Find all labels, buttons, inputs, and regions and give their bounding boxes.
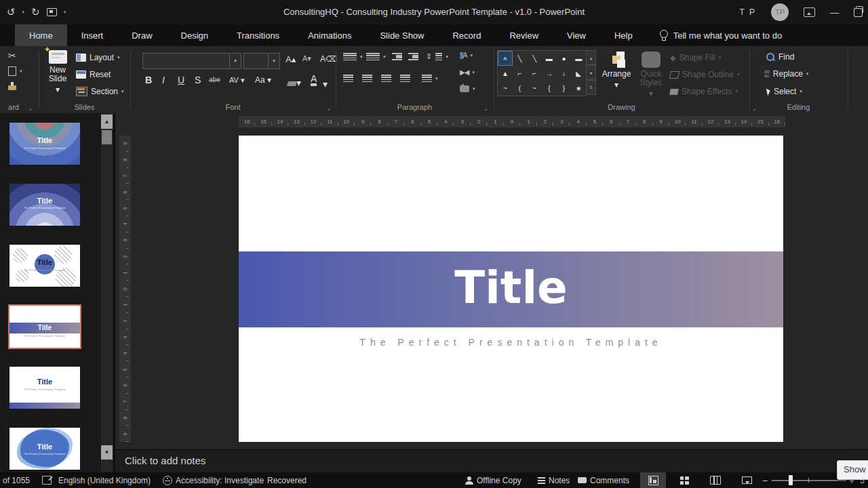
tab-draw[interactable]: Draw (117, 24, 166, 46)
comments-toggle[interactable]: Comments (578, 472, 629, 488)
text-highlight-button[interactable]: ▾ (288, 77, 301, 88)
bullets-button[interactable]: ▾ (343, 53, 363, 60)
font-dialog-launcher-icon[interactable]: ⌟ (327, 104, 330, 111)
shape-outline-button[interactable]: Shape Outline▾ (670, 70, 740, 79)
cut-button[interactable]: ✂ (8, 50, 16, 61)
clipboard-dialog-launcher-icon[interactable]: ⌟ (28, 104, 31, 111)
tab-help[interactable]: Help (600, 24, 647, 46)
underline-button[interactable]: U (178, 75, 184, 85)
shape-elbow-connector-icon[interactable]: ⌐ (513, 66, 528, 81)
numbering-button[interactable]: ▾ (366, 53, 386, 60)
zoom-out-button[interactable]: − (762, 472, 768, 488)
shape-curve-icon[interactable]: ~ (527, 81, 542, 96)
increase-font-size-button[interactable]: A▴ (285, 54, 296, 64)
tab-design[interactable]: Design (167, 24, 222, 46)
notes-placeholder[interactable]: Click to add notes (125, 455, 868, 466)
align-left-button[interactable] (343, 75, 353, 82)
tab-animations[interactable]: Animations (294, 24, 366, 46)
tab-view[interactable]: View (553, 24, 600, 46)
slide-thumbnail-3[interactable]: TitleThe Perfect Presentation Template (9, 245, 80, 287)
zoom-slider-thumb[interactable] (789, 475, 793, 485)
tab-home[interactable]: Home (15, 24, 67, 46)
italic-button[interactable]: I (162, 75, 165, 85)
line-spacing-button[interactable]: ⇕▾ (426, 52, 448, 61)
shape-scribble-icon[interactable]: ~ (498, 81, 513, 96)
language-status[interactable]: English (United Kingdom) (58, 472, 151, 488)
shape-arrow-line-icon[interactable]: ╲ (527, 51, 542, 66)
tab-slide-show[interactable]: Slide Show (366, 24, 438, 46)
slide-thumbnail-2[interactable]: TitleThe Perfect Presentation Template (9, 184, 80, 226)
convert-to-smartart-button[interactable]: ▾ (460, 85, 475, 92)
shape-line-icon[interactable]: ╲ (513, 51, 528, 66)
bold-button[interactable]: B (145, 75, 152, 85)
font-color-button[interactable]: A (311, 75, 317, 86)
reading-view-button[interactable] (703, 472, 728, 488)
shape-right-brace-icon[interactable]: } (557, 81, 572, 96)
tab-record[interactable]: Record (438, 24, 495, 46)
shape-arrow-right-icon[interactable]: → (542, 66, 557, 81)
shape-gallery-down-icon[interactable]: ▾ (586, 65, 596, 80)
thumbnail-scrollbar[interactable]: ▲ ▼ (101, 113, 113, 472)
notes-pane[interactable]: Click to add notes (115, 449, 868, 472)
display-settings-icon[interactable] (42, 472, 52, 488)
find-button[interactable]: Find (766, 52, 794, 62)
slide-thumbnail-5[interactable]: TitleThe Perfect Presentation Template (9, 367, 80, 409)
shape-star-icon[interactable]: ★ (571, 81, 586, 96)
shape-gallery-up-icon[interactable]: ▴ (586, 50, 596, 65)
shape-fill-button[interactable]: ◆Shape Fill▾ (670, 53, 721, 62)
text-direction-button[interactable]: |||A▾ (460, 52, 473, 59)
decrease-indent-button[interactable] (392, 53, 402, 60)
shape-l-shape-icon[interactable]: ◣ (571, 66, 586, 81)
align-text-button[interactable]: ▶◀▾ (460, 68, 475, 76)
tell-me-box[interactable]: Tell me what you want to do (659, 24, 782, 46)
shape-left-brace-icon[interactable]: { (542, 81, 557, 96)
font-size-dropdown-icon[interactable]: ▾ (268, 54, 279, 68)
strikethrough-button[interactable]: abe (209, 76, 220, 83)
slide-thumbnail-1[interactable]: TitleThe Perfect Presentation Template (9, 123, 80, 165)
shape-effects-button[interactable]: Shape Effects▾ (670, 87, 738, 96)
shape-rectangle-icon[interactable]: ▬ (542, 51, 557, 66)
slide-sorter-view-button[interactable] (671, 472, 697, 488)
minimize-button[interactable]: — (830, 7, 839, 18)
notes-toggle[interactable]: Notes (538, 472, 570, 488)
restore-button[interactable] (854, 8, 863, 17)
font-color-dropdown-icon[interactable]: ▾ (323, 79, 328, 89)
section-button[interactable]: Section▾ (76, 87, 124, 96)
decrease-font-size-button[interactable]: A▾ (302, 54, 311, 63)
slide-thumbnail-4[interactable]: TitleThe Perfect Presentation Template (9, 306, 80, 348)
scroll-down-icon[interactable]: ▼ (101, 445, 113, 460)
tab-review[interactable]: Review (495, 24, 553, 46)
shape-triangle-icon[interactable]: ▲ (498, 66, 513, 81)
replace-button[interactable]: abacReplace▾ (764, 69, 808, 79)
accessibility-status[interactable]: Accessibility: Investigate (163, 472, 264, 488)
columns-button[interactable]: ▾ (422, 75, 438, 82)
normal-view-button[interactable] (640, 472, 666, 488)
shape-oval-icon[interactable]: ● (557, 51, 572, 66)
increase-indent-button[interactable] (408, 53, 418, 60)
reset-button[interactable]: Reset (76, 70, 111, 79)
slide-title-text[interactable]: Title (239, 251, 783, 327)
shape-elbow-arrow-connector-icon[interactable]: ⌐ (527, 66, 542, 81)
change-case-button[interactable]: Aa ▾ (255, 75, 271, 85)
scrollbar-thumb[interactable] (102, 130, 112, 144)
align-center-button[interactable] (362, 75, 372, 82)
shape-arrow-down-icon[interactable]: ↓ (557, 66, 572, 81)
shape-rounded-rectangle-icon[interactable]: ▬ (571, 51, 586, 66)
shape-text-box-icon[interactable]: A (498, 51, 513, 66)
slide-show-button[interactable] (734, 472, 760, 488)
shape-gallery-more-icon[interactable]: ≡ (586, 80, 596, 95)
shadow-button[interactable]: S (195, 75, 201, 85)
justify-button[interactable] (400, 75, 410, 82)
slide-subtitle-text[interactable]: The Perfect Presentation Template (239, 337, 783, 348)
clear-formatting-button[interactable]: A⌫ (320, 54, 337, 64)
tab-transitions[interactable]: Transitions (222, 24, 294, 46)
ribbon-display-options-icon[interactable] (804, 7, 815, 17)
font-name-dropdown-icon[interactable]: ▾ (229, 54, 241, 68)
new-slide-button[interactable]: ✦ New Slide ▾ (41, 50, 75, 94)
copy-dropdown-icon[interactable]: ▾ (20, 68, 22, 74)
zoom-slider-track[interactable] (772, 480, 846, 481)
recovered-status[interactable]: Recovered (267, 472, 307, 488)
format-painter-button[interactable] (8, 81, 16, 90)
align-right-button[interactable] (381, 75, 391, 82)
quick-styles-button[interactable]: Quick Styles ▾ (635, 52, 667, 98)
